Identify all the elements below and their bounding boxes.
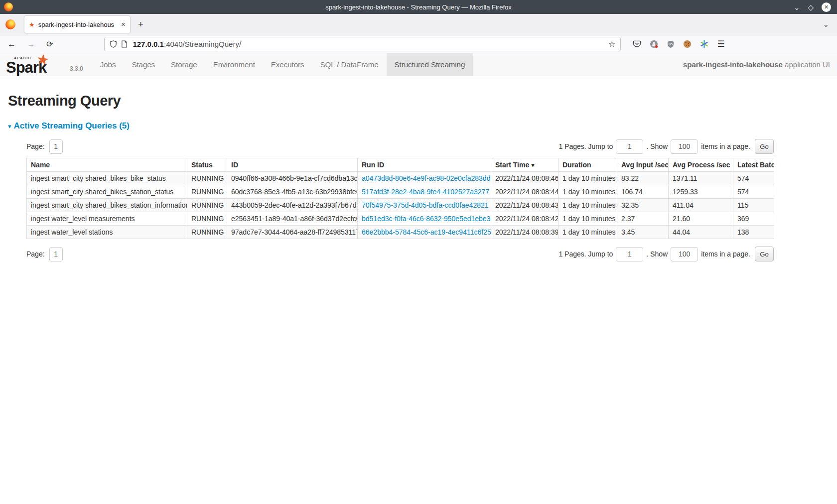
pocket-icon[interactable] xyxy=(633,40,641,48)
col-avg-process[interactable]: Avg Process /sec xyxy=(669,158,733,172)
avg-input-cell: 83.22 xyxy=(617,172,669,185)
run-id-link[interactable]: bd51ed3c-f0fa-46c6-8632-950e5ed1ebe3 xyxy=(362,215,490,223)
col-run-id[interactable]: Run ID xyxy=(358,158,491,172)
ublock-label: UO xyxy=(669,42,673,45)
duration-cell: 1 day 10 minutes xyxy=(558,226,617,239)
duration-cell: 1 day 10 minutes xyxy=(558,172,617,185)
ublock-icon[interactable]: UO xyxy=(667,40,675,48)
nav-sql-dataframe[interactable]: SQL / DataFrame xyxy=(312,53,387,76)
status-cell: RUNNING xyxy=(187,199,227,212)
cookie-extension-icon[interactable] xyxy=(683,40,692,48)
collapse-arrow-icon: ▾ xyxy=(8,123,11,130)
new-tab-button[interactable]: + xyxy=(138,19,143,30)
col-latest-batch[interactable]: Latest Batch xyxy=(733,158,774,172)
table-row: ingest smart_city shared_bikes_bike_stat… xyxy=(27,172,774,185)
nav-executors[interactable]: Executors xyxy=(263,53,312,76)
asterisk-extension-icon[interactable] xyxy=(700,40,708,48)
application-name: spark-ingest-into-lakehouse xyxy=(683,60,783,69)
list-tabs-icon[interactable]: ⌄ xyxy=(823,20,829,29)
go-button[interactable]: Go xyxy=(755,139,774,154)
items-per-page-input[interactable] xyxy=(671,247,698,261)
run-id-link[interactable]: 70f54975-375d-4d05-bdfa-ccd0fae42821 xyxy=(362,201,489,209)
start-time-cell: 2022/11/24 08:08:42 xyxy=(491,212,558,226)
spark-logo: APACHE Spark ★ xyxy=(6,53,68,76)
nav-jobs[interactable]: Jobs xyxy=(92,53,124,76)
spark-nav: Jobs Stages Storage Environment Executor… xyxy=(92,53,473,76)
table-row: ingest water_level measurements RUNNING … xyxy=(27,212,774,226)
browser-tab[interactable]: ★ spark-ingest-into-lakehous ✕ xyxy=(24,16,130,33)
col-name[interactable]: Name xyxy=(27,158,187,172)
table-row: ingest water_level stations RUNNING 97ad… xyxy=(27,226,774,239)
id-cell: 0940ff66-a308-466b-9e1a-cf7cd6dba13c xyxy=(227,172,358,185)
page-number-input[interactable] xyxy=(49,139,63,154)
status-cell: RUNNING xyxy=(187,212,227,226)
run-id-link[interactable]: 66e2bbb4-5784-45c6-ac19-4ec9411c6f25 xyxy=(362,228,491,236)
nav-stages[interactable]: Stages xyxy=(124,53,163,76)
page-number-input[interactable] xyxy=(49,247,63,261)
nav-environment[interactable]: Environment xyxy=(205,53,263,76)
id-cell: 60dc3768-85e3-4fb5-a13c-63b29938bfe6 xyxy=(227,185,358,199)
avg-process-cell: 21.60 xyxy=(669,212,733,226)
latest-batch-cell: 138 xyxy=(733,226,774,239)
avg-input-cell: 106.74 xyxy=(617,185,669,199)
streaming-queries-table: Name Status ID Run ID Start Time ▾ Durat… xyxy=(26,158,774,239)
application-label: spark-ingest-into-lakehouse application … xyxy=(683,60,830,69)
duration-cell: 1 day 10 minutes xyxy=(558,185,617,199)
page-label: Page: xyxy=(26,250,45,258)
col-status[interactable]: Status xyxy=(187,158,227,172)
browser-toolbar: ← → ⟳ 127.0.0.1:4040/StreamingQuery/ ☆ U… xyxy=(0,35,837,53)
go-button[interactable]: Go xyxy=(755,247,774,261)
col-start-time[interactable]: Start Time ▾ xyxy=(491,158,558,172)
items-per-page-input[interactable] xyxy=(671,139,698,154)
run-id-link[interactable]: 517afd3f-28e2-4ba8-9fe4-4102527a3277 xyxy=(362,188,489,196)
hamburger-menu-icon[interactable]: ☰ xyxy=(717,39,724,49)
page-title: Streaming Query xyxy=(8,93,829,109)
avg-process-cell: 1371.11 xyxy=(669,172,733,185)
minimize-icon[interactable]: ⌄ xyxy=(794,3,800,11)
table-header-row: Name Status ID Run ID Start Time ▾ Durat… xyxy=(27,158,774,172)
bookmark-star-icon[interactable]: ☆ xyxy=(608,39,615,49)
table-row: ingest smart_city shared_bikes_station_i… xyxy=(27,199,774,212)
col-duration[interactable]: Duration xyxy=(558,158,617,172)
reload-button[interactable]: ⟳ xyxy=(46,40,53,48)
id-cell: 97adc7e7-3044-4064-aa28-ff7249853117 xyxy=(227,226,358,239)
items-text: items in a page. xyxy=(701,142,750,150)
query-name-cell: ingest water_level stations xyxy=(27,226,187,239)
url-host: 127.0.0.1 xyxy=(133,40,164,48)
query-name-cell: ingest smart_city shared_bikes_station_s… xyxy=(27,185,187,199)
shield-icon[interactable] xyxy=(110,40,117,48)
forward-button[interactable]: → xyxy=(27,40,35,48)
show-text: . Show xyxy=(646,250,668,258)
privacy-extension-icon[interactable] xyxy=(650,40,658,48)
spark-star-icon: ★ xyxy=(36,51,50,68)
spark-navbar: APACHE Spark ★ 3.3.0 Jobs Stages Storage… xyxy=(0,53,837,76)
maximize-icon[interactable]: ◇ xyxy=(808,3,814,11)
show-text: . Show xyxy=(646,142,668,150)
tab-close-icon[interactable]: ✕ xyxy=(121,21,126,28)
items-text: items in a page. xyxy=(701,250,750,258)
id-cell: e2563451-1a89-40a1-a86f-36d37d2ecfc0 xyxy=(227,212,358,226)
col-avg-input[interactable]: Avg Input /sec xyxy=(617,158,669,172)
status-cell: RUNNING xyxy=(187,185,227,199)
pagination-bottom: Page: 1 Pages. Jump to . Show items in a… xyxy=(26,246,774,262)
nav-storage[interactable]: Storage xyxy=(163,53,205,76)
table-row: ingest smart_city shared_bikes_station_s… xyxy=(27,185,774,199)
run-id-link[interactable]: a0473d8d-80e6-4e9f-ac98-02e0cfa283dd xyxy=(362,174,490,182)
col-id[interactable]: ID xyxy=(227,158,358,172)
url-bar[interactable]: 127.0.0.1:4040/StreamingQuery/ ☆ xyxy=(104,37,621,51)
latest-batch-cell: 115 xyxy=(733,199,774,212)
page-info-icon[interactable] xyxy=(121,40,128,48)
avg-input-cell: 3.45 xyxy=(617,226,669,239)
jump-to-input[interactable] xyxy=(616,139,643,154)
start-time-cell: 2022/11/24 08:08:44 xyxy=(491,185,558,199)
tab-title: spark-ingest-into-lakehous xyxy=(38,21,118,28)
close-icon[interactable]: ✕ xyxy=(822,2,831,12)
back-button[interactable]: ← xyxy=(7,40,16,48)
active-streaming-queries-toggle[interactable]: ▾Active Streaming Queries (5) xyxy=(8,121,130,131)
start-time-cell: 2022/11/24 08:08:43 xyxy=(491,199,558,212)
page-label: Page: xyxy=(26,142,45,150)
url-text[interactable]: 127.0.0.1:4040/StreamingQuery/ xyxy=(133,40,241,48)
window-titlebar: spark-ingest-into-lakehouse - Streaming … xyxy=(0,0,837,14)
nav-structured-streaming[interactable]: Structured Streaming xyxy=(387,53,473,76)
jump-to-input[interactable] xyxy=(616,247,643,261)
